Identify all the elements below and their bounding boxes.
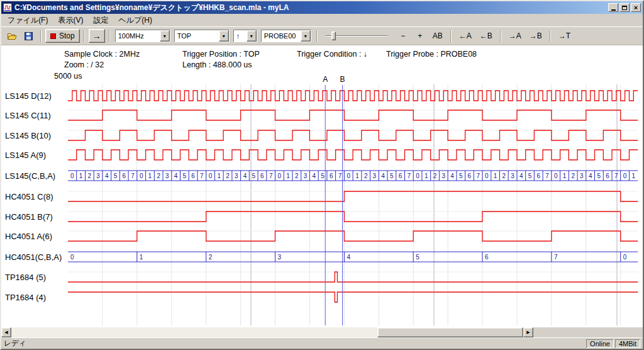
bus-value: 3 — [373, 172, 377, 179]
bus-value: 1 — [563, 172, 567, 179]
scrollbar-thumb[interactable] — [377, 327, 523, 337]
bus-value: 4 — [174, 172, 178, 179]
menu-item-3[interactable]: 設定 — [88, 14, 113, 27]
status-memory-badge: 4MBit — [615, 339, 640, 348]
bus-value: 4 — [347, 254, 350, 261]
zoom-slider[interactable] — [325, 30, 388, 42]
zoom-in-button[interactable]: + — [413, 30, 428, 42]
menu-item-2[interactable]: 表示(V) — [53, 14, 88, 27]
status-online-badge: Online — [586, 339, 614, 348]
stop-icon — [50, 33, 56, 39]
bus-value: 5 — [459, 172, 463, 179]
bus-value: 7 — [131, 172, 135, 179]
bus-value: 1 — [218, 172, 221, 179]
titlebar[interactable]: C:¥Documents and Settings¥noname¥デスクトップ¥… — [1, 1, 643, 14]
bus-value: 2 — [502, 172, 506, 179]
sample-rate-value: 100MHz — [116, 32, 160, 40]
prev-to-b-button[interactable]: ←B — [477, 30, 496, 42]
bus-outline — [68, 252, 638, 262]
channel-row: LS145 C(11) — [5, 110, 638, 120]
bus-value: 0 — [623, 254, 627, 261]
chevron-down-icon[interactable]: ▼ — [219, 30, 229, 42]
save-button[interactable] — [21, 29, 36, 43]
bus-value: 6 — [260, 172, 264, 179]
channel-label: HC4051 A(6) — [5, 232, 52, 241]
horizontal-scrollbar[interactable]: ◀ ▶ — [1, 327, 643, 337]
window-controls: × — [608, 3, 641, 12]
bus-value: 0 — [278, 172, 282, 179]
bus-value: 6 — [330, 172, 333, 179]
bus-value: 2 — [364, 172, 368, 179]
app-icon — [3, 3, 12, 12]
goto-trigger-button[interactable]: →T — [555, 30, 574, 42]
trigger-edge-combo[interactable]: ↑ ▼ — [233, 30, 257, 42]
bus-value: 1 — [425, 172, 428, 179]
chevron-down-icon[interactable]: ▼ — [160, 30, 170, 42]
bus-value: 4 — [589, 172, 592, 179]
bus-value: 7 — [476, 172, 480, 179]
stop-button[interactable]: Stop — [45, 29, 80, 43]
waveform-panel: Sample Clock : 2MHz Trigger Position : T… — [1, 45, 643, 327]
zoom-out-button[interactable]: − — [396, 30, 411, 42]
maximize-button[interactable] — [619, 3, 630, 12]
bus-value: 1 — [79, 172, 83, 179]
trigger-probe-combo[interactable]: PROBE00 ▼ — [261, 30, 311, 42]
marker-a[interactable]: A — [323, 75, 328, 325]
bus-value: 2 — [157, 172, 160, 179]
bus-value: 0 — [554, 172, 558, 179]
channel-label: HC4051 C(8) — [5, 192, 53, 201]
bus-value: 6 — [122, 172, 126, 179]
waveform-canvas[interactable]: LS145 D(12)LS145 C(11)LS145 B(10)LS145 A… — [1, 45, 643, 327]
toolbar-separator — [84, 30, 85, 42]
bus-value: 0 — [347, 172, 350, 179]
bus-value: 0 — [140, 172, 143, 179]
app-window: C:¥Documents and Settings¥noname¥デスクトップ¥… — [0, 0, 644, 350]
slider-thumb[interactable] — [331, 31, 336, 40]
waveform-path — [68, 272, 638, 282]
minimize-icon — [611, 9, 616, 11]
next-to-b-button[interactable]: →B — [526, 30, 545, 42]
waveform-path — [68, 130, 638, 140]
trigger-position-value: TOP — [175, 32, 219, 40]
waveform-path — [68, 91, 638, 101]
menubar: ファイル(F)表示(V)設定ヘルプ(H) — [1, 14, 643, 26]
minimize-button[interactable] — [608, 3, 618, 12]
scroll-left-button[interactable]: ◀ — [1, 327, 11, 337]
chevron-down-icon[interactable]: ▼ — [301, 30, 311, 42]
channel-row: LS145(C,B,A)0123456701234567012345670123… — [5, 171, 638, 181]
scroll-right-button[interactable]: ▶ — [523, 327, 533, 337]
ab-range-button[interactable]: AB — [430, 30, 446, 42]
toolbar-separator — [109, 30, 110, 42]
toolbar: Stop → 100MHz ▼ TOP ▼ ↑ ▼ PROBE00 ▼ −+AB… — [1, 26, 643, 45]
menu-item-1[interactable]: ファイル(F) — [3, 14, 53, 27]
close-button[interactable]: × — [631, 3, 641, 12]
arrow-left-icon: ◀ — [4, 330, 8, 335]
marker-nav-buttons: −+AB←A←B→A→B→T — [396, 30, 574, 42]
scrollbar-track[interactable]: ◀ ▶ — [1, 327, 533, 337]
marker-label: B — [340, 75, 345, 84]
bus-value: 6 — [468, 172, 472, 179]
open-file-button[interactable] — [4, 29, 19, 43]
channel-row: HC4051(C,B,A)012345670 — [5, 252, 638, 262]
bus-value: 0 — [485, 172, 489, 179]
next-to-a-button[interactable]: →A — [506, 30, 525, 42]
waveform-path — [68, 231, 638, 241]
bus-value: 0 — [209, 172, 213, 179]
channel-label: LS145 D(12) — [5, 91, 52, 101]
waveform-path — [68, 191, 638, 201]
run-button[interactable]: → — [89, 29, 105, 43]
bus-value: 6 — [191, 172, 195, 179]
close-icon: × — [634, 4, 638, 11]
bus-value: 0 — [416, 172, 419, 179]
trigger-position-combo[interactable]: TOP ▼ — [174, 30, 230, 42]
menu-item-4[interactable]: ヘルプ(H) — [113, 14, 157, 27]
bus-value: 5 — [321, 172, 325, 179]
bus-value: 7 — [408, 172, 411, 179]
sample-rate-combo[interactable]: 100MHz ▼ — [115, 30, 170, 42]
prev-to-a-button[interactable]: ←A — [456, 30, 475, 42]
chevron-down-icon[interactable]: ▼ — [247, 30, 257, 42]
bus-value: 3 — [96, 172, 100, 179]
bus-value: 0 — [70, 254, 74, 261]
bus-value: 4 — [450, 172, 454, 179]
bus-value: 7 — [338, 172, 342, 179]
